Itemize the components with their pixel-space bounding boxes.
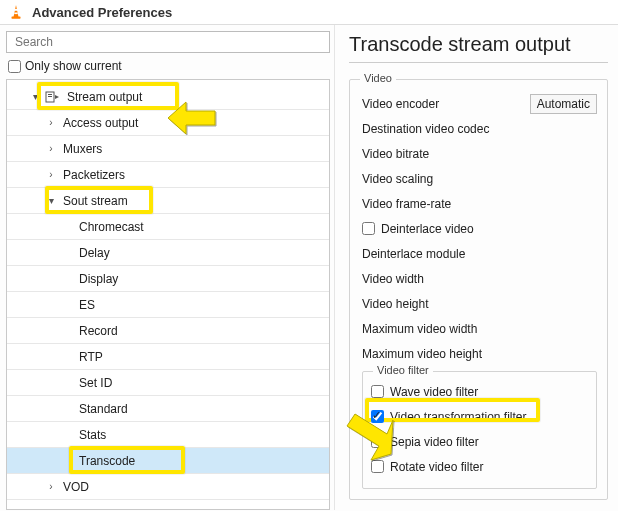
label-filter-sepia: Sepia video filter <box>390 435 588 449</box>
category-tree[interactable]: ▾ Stream output › Access output › Muxers… <box>6 79 330 510</box>
combo-video-encoder[interactable]: Automatic <box>530 94 597 114</box>
tree-label: Access output <box>61 116 138 130</box>
row-video-encoder: Video encoder Automatic <box>362 92 597 115</box>
row-dest-codec: Destination video codec <box>362 117 597 140</box>
combo-value: Automatic <box>537 97 590 111</box>
tree-label: Delay <box>77 246 110 260</box>
chevron-right-icon[interactable]: › <box>45 117 57 128</box>
label-max-height: Maximum video height <box>362 347 597 361</box>
svg-rect-6 <box>48 96 52 97</box>
chevron-down-icon[interactable]: ▾ <box>45 195 57 206</box>
video-filter-legend: Video filter <box>373 364 433 376</box>
tree-row-es[interactable]: ES <box>7 292 329 318</box>
label-filter-transform: Video transformation filter <box>390 410 588 424</box>
only-show-current-checkbox[interactable] <box>8 60 21 73</box>
tree-row-delay[interactable]: Delay <box>7 240 329 266</box>
right-column: Transcode stream output Video Video enco… <box>335 25 618 510</box>
svg-rect-5 <box>48 94 52 95</box>
svg-marker-0 <box>14 5 19 17</box>
chevron-right-icon[interactable]: › <box>45 481 57 492</box>
tree-label: Stream output <box>65 90 142 104</box>
tree-label: Sout stream <box>61 194 128 208</box>
row-width: Video width <box>362 267 597 290</box>
label-deint-module: Deinterlace module <box>362 247 597 261</box>
tree-row-standard[interactable]: Standard <box>7 396 329 422</box>
label-width: Video width <box>362 272 597 286</box>
row-filter-rotate[interactable]: Rotate video filter <box>371 455 588 478</box>
label-bitrate: Video bitrate <box>362 147 597 161</box>
tree-row-sout-stream[interactable]: ▾ Sout stream <box>7 188 329 214</box>
row-height: Video height <box>362 292 597 315</box>
titlebar: Advanced Preferences <box>0 0 618 25</box>
separator <box>349 62 608 63</box>
tree-label: VOD <box>61 480 89 494</box>
row-deint-module: Deinterlace module <box>362 242 597 265</box>
tree-row-muxers[interactable]: › Muxers <box>7 136 329 162</box>
row-deinterlace[interactable]: Deinterlace video <box>362 217 597 240</box>
tree-label: Display <box>77 272 118 286</box>
checkbox-filter-transform[interactable] <box>371 410 384 423</box>
tree-label: RTP <box>77 350 103 364</box>
label-height: Video height <box>362 297 597 311</box>
chevron-down-icon[interactable]: ▾ <box>29 91 41 102</box>
svg-rect-1 <box>14 9 19 11</box>
tree-row-packetizers[interactable]: › Packetizers <box>7 162 329 188</box>
label-max-width: Maximum video width <box>362 322 597 336</box>
svg-rect-3 <box>12 17 21 19</box>
tree-row-display[interactable]: Display <box>7 266 329 292</box>
tree-row-chromecast[interactable]: Chromecast <box>7 214 329 240</box>
tree-label: Chromecast <box>77 220 144 234</box>
stream-output-icon <box>45 90 59 104</box>
content-area: Only show current ▾ Stream output › Acce… <box>0 25 618 510</box>
row-filter-transform[interactable]: ✓ Video transformation filter <box>371 405 588 428</box>
window-title: Advanced Preferences <box>32 5 172 20</box>
tree-label: Packetizers <box>61 168 125 182</box>
search-input[interactable] <box>13 34 323 50</box>
tree-label: Muxers <box>61 142 102 156</box>
tree-label: Standard <box>77 402 128 416</box>
only-show-current-row[interactable]: Only show current <box>6 59 330 73</box>
video-group: Video Video encoder Automatic Destinatio… <box>349 79 608 500</box>
tree-label: ES <box>77 298 95 312</box>
label-filter-wave: Wave video filter <box>390 385 588 399</box>
tree-row-stats[interactable]: Stats <box>7 422 329 448</box>
chevron-right-icon[interactable]: › <box>45 169 57 180</box>
chevron-right-icon[interactable]: › <box>45 143 57 154</box>
row-filter-wave[interactable]: Wave video filter <box>371 380 588 403</box>
tree-row-stream-output[interactable]: ▾ Stream output <box>7 84 329 110</box>
search-input-wrap[interactable] <box>6 31 330 53</box>
checkbox-filter-rotate[interactable] <box>371 460 384 473</box>
vlc-cone-icon <box>8 4 24 20</box>
svg-rect-2 <box>14 13 17 15</box>
row-framerate: Video frame-rate <box>362 192 597 215</box>
checkbox-filter-sepia[interactable] <box>371 435 384 448</box>
tree-row-transcode[interactable]: Transcode <box>7 448 329 474</box>
tree-label: Record <box>77 324 118 338</box>
only-show-current-label: Only show current <box>25 59 122 73</box>
label-dest-codec: Destination video codec <box>362 122 597 136</box>
label-video-encoder: Video encoder <box>362 97 530 111</box>
tree-label: Transcode <box>77 454 135 468</box>
tree-label: Stats <box>77 428 106 442</box>
label-deinterlace: Deinterlace video <box>381 222 597 236</box>
row-max-width: Maximum video width <box>362 317 597 340</box>
row-max-height: Maximum video height <box>362 342 597 365</box>
row-filter-sepia[interactable]: Sepia video filter <box>371 430 588 453</box>
row-bitrate: Video bitrate <box>362 142 597 165</box>
tree-row-vod[interactable]: › VOD <box>7 474 329 500</box>
checkbox-filter-wave[interactable] <box>371 385 384 398</box>
label-framerate: Video frame-rate <box>362 197 597 211</box>
checkbox-deinterlace[interactable] <box>362 222 375 235</box>
svg-marker-7 <box>55 95 59 99</box>
tree-row-record[interactable]: Record <box>7 318 329 344</box>
tree-row-set-id[interactable]: Set ID <box>7 370 329 396</box>
video-group-legend: Video <box>360 72 396 84</box>
tree-row-access-output[interactable]: › Access output <box>7 110 329 136</box>
label-filter-rotate: Rotate video filter <box>390 460 588 474</box>
page-title: Transcode stream output <box>349 33 608 56</box>
tree-row-rtp[interactable]: RTP <box>7 344 329 370</box>
row-scaling: Video scaling <box>362 167 597 190</box>
tree-label: Set ID <box>77 376 112 390</box>
left-column: Only show current ▾ Stream output › Acce… <box>0 25 335 510</box>
video-filter-group: Video filter Wave video filter ✓ Video t… <box>362 371 597 489</box>
